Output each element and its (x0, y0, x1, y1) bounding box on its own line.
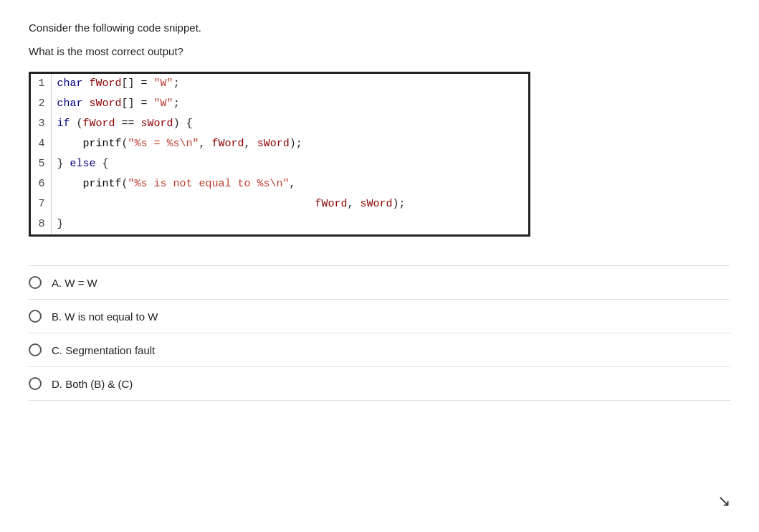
code-line-5: 5} else { (31, 154, 411, 174)
answer-row-d[interactable]: D. Both (B) & (C) (29, 367, 730, 401)
line-number-8: 8 (31, 214, 51, 234)
code-table: 1char fWord[] = "W";2char sWord[] = "W";… (31, 74, 411, 234)
line-number-3: 3 (31, 114, 51, 134)
line-code-8: } (51, 214, 411, 234)
code-line-2: 2char sWord[] = "W"; (31, 94, 411, 114)
answer-label-c: C. Segmentation fault (52, 344, 155, 356)
line-number-1: 1 (31, 74, 51, 94)
intro-text: Consider the following code snippet. (29, 22, 730, 34)
line-number-4: 4 (31, 134, 51, 154)
answer-row-b[interactable]: B. W is not equal to W (29, 300, 730, 333)
answer-options: A. W = W B. W is not equal to W C. Segme… (29, 265, 730, 401)
code-line-6: 6 printf("%s is not equal to %s\n", (31, 174, 411, 194)
answer-label-d: D. Both (B) & (C) (52, 378, 133, 390)
radio-d[interactable] (29, 377, 42, 390)
answer-row-a[interactable]: A. W = W (29, 265, 730, 300)
code-line-8: 8} (31, 214, 411, 234)
line-code-7: fWord, sWord); (51, 194, 411, 214)
code-line-7: 7 fWord, sWord); (31, 194, 411, 214)
answer-label-b: B. W is not equal to W (52, 310, 158, 323)
radio-a[interactable] (29, 276, 42, 289)
line-number-6: 6 (31, 174, 51, 194)
radio-b[interactable] (29, 310, 42, 323)
line-code-3: if (fWord == sWord) { (51, 114, 411, 134)
answer-row-c[interactable]: C. Segmentation fault (29, 333, 730, 367)
line-code-6: printf("%s is not equal to %s\n", (51, 174, 411, 194)
code-line-1: 1char fWord[] = "W"; (31, 74, 411, 94)
line-code-5: } else { (51, 154, 411, 174)
line-code-1: char fWord[] = "W"; (51, 74, 411, 94)
prompt-text: What is the most correct output? (29, 45, 730, 57)
line-number-2: 2 (31, 94, 51, 114)
line-code-4: printf("%s = %s\n", fWord, sWord); (51, 134, 411, 154)
code-line-4: 4 printf("%s = %s\n", fWord, sWord); (31, 134, 411, 154)
radio-c[interactable] (29, 343, 42, 356)
line-number-7: 7 (31, 194, 51, 214)
line-number-5: 5 (31, 154, 51, 174)
line-code-2: char sWord[] = "W"; (51, 94, 411, 114)
code-block: 1char fWord[] = "W";2char sWord[] = "W";… (29, 72, 530, 237)
corner-arrow-icon: ↘ (717, 492, 730, 510)
code-line-3: 3if (fWord == sWord) { (31, 114, 411, 134)
answer-label-a: A. W = W (52, 277, 97, 289)
